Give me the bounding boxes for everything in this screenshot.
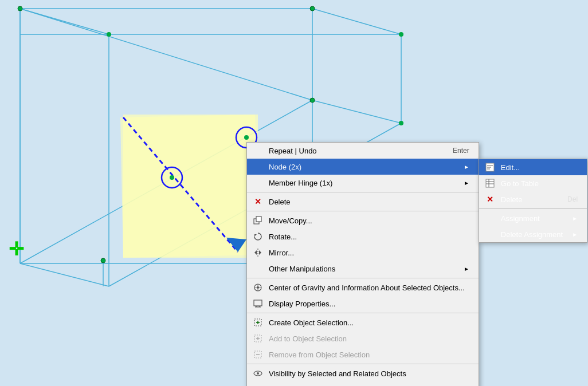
menu-item-repeat-undo[interactable]: Repeat | Undo Enter	[247, 143, 479, 159]
svg-point-28	[18, 6, 22, 11]
svg-marker-48	[259, 250, 261, 255]
delete-sub-icon: ✕	[484, 195, 496, 204]
svg-marker-21	[120, 115, 261, 258]
svg-point-34	[399, 121, 403, 125]
remove-selection-label: Remove from Object Selection	[264, 350, 469, 359]
submenu-edit[interactable]: Edit...	[479, 159, 587, 175]
repeat-undo-shortcut: Enter	[453, 147, 469, 155]
submenu-go-to-table[interactable]: Go to Table	[479, 175, 587, 191]
member-hinge-arrow: ►	[464, 180, 469, 186]
svg-point-27	[170, 175, 174, 180]
menu-item-other-manip[interactable]: Other Manipulations ►	[247, 261, 479, 277]
add-selection-icon	[252, 334, 264, 343]
menu-item-node[interactable]: Node (2x) ► Edit...	[247, 159, 479, 175]
delete-assignment-arrow: ►	[572, 231, 578, 238]
delete-assignment-label: Delete Assignment	[496, 230, 567, 239]
mirror-label: Mirror...	[264, 249, 469, 257]
menu-item-move-copy[interactable]: Move/Copy...	[247, 212, 479, 229]
menu-item-delete[interactable]: ✕ Delete	[247, 194, 479, 210]
submenu-delete-assignment[interactable]: Delete Assignment ►	[479, 226, 587, 242]
menu-item-add-selection: Add to Object Selection	[247, 330, 479, 346]
context-menu: Repeat | Undo Enter Node (2x) ► Edit...	[246, 142, 479, 386]
rotate-label: Rotate...	[264, 233, 469, 241]
table-icon	[484, 179, 496, 188]
menu-item-center-gravity[interactable]: Center of Gravity and Information About …	[247, 279, 479, 296]
separator3	[247, 278, 479, 278]
rotate-icon	[252, 232, 264, 241]
menu-item-mirror[interactable]: Mirror...	[247, 245, 479, 261]
edit-label: Edit...	[496, 163, 578, 172]
menu-item-display-props[interactable]: Display Properties...	[247, 296, 479, 312]
delete-icon: ✕	[252, 197, 264, 206]
cursor-cross: ✛	[9, 238, 24, 260]
visibility-related-icon	[252, 369, 264, 378]
assignment-label: Assignment	[496, 214, 567, 223]
center-gravity-label: Center of Gravity and Information About …	[264, 283, 469, 292]
svg-marker-47	[254, 250, 257, 255]
separator1	[247, 192, 479, 192]
node-label: Node (2x)	[264, 163, 459, 171]
svg-point-31	[101, 258, 105, 263]
separator5	[247, 364, 479, 364]
edit-icon	[484, 163, 496, 172]
visibility-related-label: Visibility by Selected and Related Objec…	[264, 369, 469, 378]
member-hinge-label: Member Hinge (1x)	[264, 179, 459, 187]
separator4	[247, 313, 479, 313]
delete-sub-shortcut: Del	[567, 195, 578, 203]
node-arrow: ►	[464, 164, 469, 170]
svg-rect-44	[256, 216, 261, 222]
node-submenu: Edit... Go to Table ✕ Delete Del	[479, 159, 587, 243]
display-props-icon	[252, 299, 264, 308]
repeat-undo-label: Repeat | Undo	[264, 147, 434, 155]
svg-point-66	[257, 372, 259, 375]
go-to-table-label: Go to Table	[496, 179, 578, 188]
submenu-assignment[interactable]: Assignment ►	[479, 210, 587, 226]
other-manip-arrow: ►	[464, 266, 469, 272]
move-copy-icon	[252, 216, 264, 225]
delete-label: Delete	[264, 198, 469, 206]
submenu-separator1	[479, 208, 587, 209]
create-selection-icon	[252, 318, 264, 327]
separator2	[247, 211, 479, 211]
svg-rect-53	[254, 300, 262, 306]
delete-sub-label: Delete	[496, 195, 549, 204]
display-props-label: Display Properties...	[264, 300, 469, 308]
menu-item-member-hinge[interactable]: Member Hinge (1x) ►	[247, 175, 479, 191]
add-selection-label: Add to Object Selection	[264, 334, 469, 343]
svg-point-33	[399, 32, 403, 37]
other-manip-label: Other Manipulations	[264, 265, 459, 273]
svg-marker-45	[254, 234, 257, 237]
svg-point-25	[244, 135, 249, 140]
svg-point-29	[310, 6, 315, 11]
move-copy-label: Move/Copy...	[264, 216, 469, 225]
submenu-delete[interactable]: ✕ Delete Del	[479, 191, 587, 207]
menu-item-create-selection[interactable]: Create Object Selection...	[247, 314, 479, 330]
mirror-icon	[252, 248, 264, 257]
remove-selection-icon	[252, 350, 264, 359]
center-gravity-icon	[252, 283, 264, 292]
menu-item-visibility-selected[interactable]: Visibility by Selected Objects	[247, 381, 479, 386]
svg-rect-39	[486, 179, 494, 187]
menu-item-remove-selection: Remove from Object Selection	[247, 346, 479, 363]
svg-point-32	[107, 32, 111, 37]
assignment-arrow: ►	[572, 215, 578, 222]
menu-item-visibility-related[interactable]: Visibility by Selected and Related Objec…	[247, 365, 479, 381]
create-selection-label: Create Object Selection...	[264, 318, 469, 327]
svg-point-30	[310, 98, 315, 103]
menu-item-rotate[interactable]: Rotate...	[247, 229, 479, 245]
